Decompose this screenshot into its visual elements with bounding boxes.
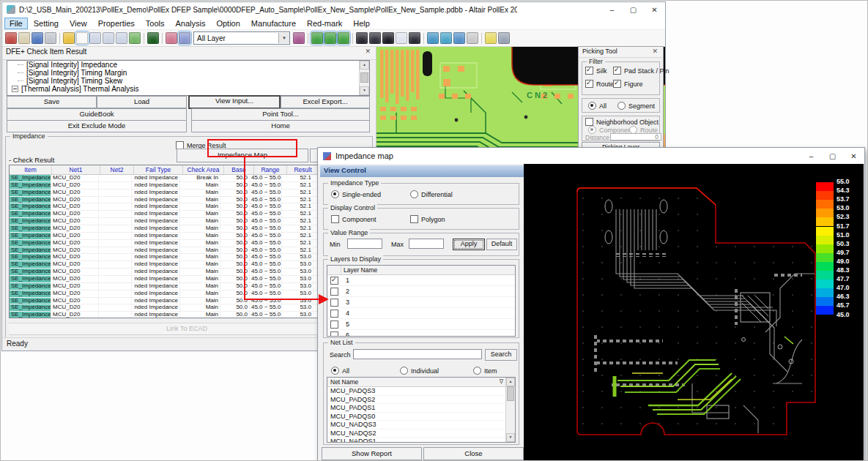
column-header-item[interactable]: Item [10,165,52,174]
table-row[interactable]: SE_ImpedanceMCU_D20nded ImpedanceMain50.… [10,291,366,298]
layer-checkbox[interactable] [330,310,338,318]
layer-row-4[interactable]: 4 [327,308,515,319]
net-list-scrollbar[interactable]: ▲▼ [505,378,515,442]
menu-view[interactable]: View [64,18,92,29]
table-row[interactable]: SE_ImpedanceMCU_D20nded ImpedanceMain50.… [10,304,366,312]
color-map-icon[interactable] [293,32,305,44]
pick-cursor-icon[interactable] [76,32,88,44]
minimize-icon[interactable]: – [601,3,623,17]
net-list-item[interactable]: MCU_PADQS3 [327,387,515,396]
column-header-base[interactable]: Base [224,165,254,174]
dialog-maximize-icon[interactable]: ▢ [822,149,843,163]
table-row[interactable]: SE_ImpedanceMCU_D20nded ImpedanceMain50.… [10,283,366,291]
route-checkbox[interactable]: Route [585,80,614,88]
tree-item[interactable]: [Thermal Analysis] Thermal Analysis [7,85,369,93]
table-row[interactable]: SE_ImpedanceMCU_D20nded ImpedanceMain50.… [10,254,366,261]
impedance-map-canvas[interactable]: 55.054.353.753.052.351.751.050.349.749.0… [524,164,864,460]
guidebook-button[interactable]: GuideBook [7,108,187,121]
layer-checkbox[interactable] [330,331,338,337]
show-report-button[interactable]: Show Report [322,447,422,460]
redmark-brush-icon[interactable] [63,32,75,44]
single-ended-radio[interactable]: Single-ended [331,190,381,198]
min-input[interactable] [347,239,382,249]
differential-radio[interactable]: Differential [410,190,453,198]
net-scope-individual-radio[interactable]: Individual [400,367,439,375]
column-header-range[interactable]: Range [254,165,287,174]
excel-export-button[interactable]: Excel Export... [281,96,370,108]
layer-row-5[interactable]: 5 [327,319,515,330]
net-list-item[interactable]: MCU_NADQS1 [327,438,515,443]
menu-help[interactable]: Help [348,18,375,29]
search-button[interactable]: Search [485,349,517,361]
zoom-out-icon[interactable] [103,32,114,44]
layer-list[interactable]: Layer Name 123456 [327,265,516,337]
net-scope-item-radio[interactable]: Item [473,367,497,375]
layer-row-2[interactable]: 2 [327,286,515,297]
close-icon[interactable]: ✕ [644,3,665,17]
neighborhood-object-checkbox[interactable]: Neighborhood Object [585,118,659,126]
check-panel-close-icon[interactable]: ✕ [365,48,372,59]
table-row[interactable]: SE_ImpedanceMCU_D20nded ImpedanceMain50.… [10,203,366,211]
net-name-list[interactable]: Net Name ∇ MCU_PADQS3MCU_PADQS2MCU_PADQS… [327,377,516,443]
scope-segment-radio[interactable]: Segment [617,102,655,110]
component-checkbox[interactable]: Component [331,215,376,223]
hint-icon[interactable] [485,32,497,44]
dialog-close-icon[interactable]: ✕ [843,149,864,163]
scroll-thumb[interactable] [360,72,368,83]
print-icon[interactable] [45,32,56,44]
layer-checkbox[interactable] [330,299,338,307]
table-row[interactable]: SE_ImpedanceMCU_D20nded ImpedanceMain50.… [10,276,366,283]
figure-checkbox[interactable]: Figure [613,80,643,88]
layer-row-3[interactable]: 3 [327,297,515,308]
tree-item[interactable]: [Signal Integrity] Timing Skew [7,77,369,85]
table-row[interactable]: SE_ImpedanceMCU_D20nded ImpedanceBreak I… [10,175,366,182]
new-document-icon[interactable] [5,32,17,44]
assembly-view-icon[interactable] [166,32,177,44]
picking-tool-close-icon[interactable]: ✕ [652,48,659,56]
polygon-checkbox[interactable]: Polygon [410,215,445,223]
scroll-down-icon[interactable]: ▼ [360,86,369,95]
maximize-icon[interactable]: ▢ [623,3,644,17]
menu-red-mark[interactable]: Red-mark [302,18,347,29]
idle-tool-icon[interactable] [467,32,478,44]
check-result-table[interactable]: ItemNet1Net2Fail TypeCheck AreaBaseRange… [9,165,366,318]
table-row[interactable]: SE_ImpedanceMCU_D20nded ImpedanceMain50.… [10,261,366,269]
bottom-layer-icon[interactable] [324,32,336,44]
stackup-inner2-icon[interactable] [382,32,394,44]
net-list-item[interactable]: MCU_NADQS2 [327,430,515,438]
column-header-result[interactable]: Result [287,165,319,174]
top-layer-icon[interactable] [311,32,323,44]
column-header-net2[interactable]: Net2 [100,165,134,174]
scroll-up-icon[interactable]: ▲ [506,378,515,386]
layer-checkbox[interactable] [330,321,338,329]
table-row[interactable]: SE_ImpedanceMCU_D20nded ImpedanceMain50.… [10,240,366,247]
check-item-tree[interactable]: [Signal Integrity] Impedance[Signal Inte… [7,60,370,96]
tree-item[interactable]: [Signal Integrity] Timing Margin [7,69,369,77]
stackup-bottom-icon[interactable] [409,32,420,44]
open-folder-icon[interactable] [18,32,30,44]
max-input[interactable] [409,239,444,249]
net-name-column-header[interactable]: Net Name [330,378,358,386]
table-row[interactable]: SE_ImpedanceMCU_D20nded ImpedanceMain50.… [10,190,366,197]
table-row[interactable]: SE_ImpedanceMCU_D20nded ImpedanceMain50.… [10,247,366,255]
menu-file[interactable]: File [4,18,28,29]
grid-view-icon[interactable] [396,32,407,44]
table-row[interactable]: SE_ImpedanceMCU_D20nded ImpedanceMain50.… [10,211,366,218]
layer-name-column-header[interactable]: Layer Name [344,266,377,274]
net-scope-all-radio[interactable]: All [331,367,349,375]
menu-properties[interactable]: Properties [93,18,140,29]
tree-scrollbar[interactable]: ▲▼ [359,61,369,95]
via-check-icon[interactable] [440,32,452,44]
apply-button[interactable]: Apply [453,239,485,250]
menu-setting[interactable]: Setting [29,18,64,29]
layer-checkbox[interactable] [330,277,338,285]
board-view-icon[interactable] [147,32,159,44]
screen-capture-icon[interactable] [129,32,141,44]
silk-checkbox[interactable]: Silk [585,67,607,75]
table-row[interactable]: SE_ImpedanceMCU_D20nded ImpedanceMain50.… [10,197,366,204]
menu-analysis[interactable]: Analysis [170,18,210,29]
layer-control-icon[interactable] [179,32,190,44]
stackup-inner1-icon[interactable] [369,32,381,44]
menu-option[interactable]: Option [211,18,245,29]
column-header-check-area[interactable]: Check Area [183,165,224,174]
